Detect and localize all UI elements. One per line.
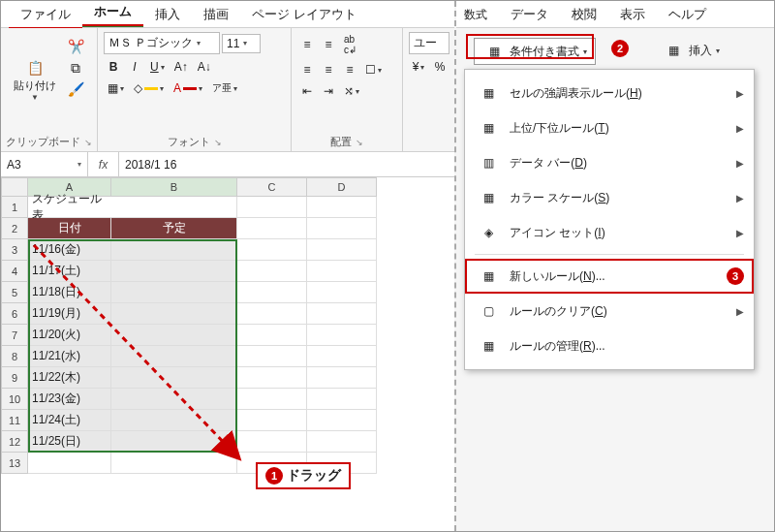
row-header[interactable]: 8 (1, 346, 28, 367)
name-box[interactable]: A3▾ (1, 152, 88, 176)
tab-home[interactable]: ホーム (82, 0, 143, 27)
cell[interactable] (111, 239, 237, 261)
percent-button[interactable]: % (430, 58, 450, 76)
cell[interactable] (307, 410, 377, 431)
cell[interactable] (307, 197, 377, 218)
cell[interactable]: 11/24(土) (28, 410, 111, 431)
font-color-button[interactable]: A▾ (170, 79, 206, 97)
tab-review[interactable]: 校閲 (560, 1, 608, 27)
cell[interactable] (111, 261, 237, 282)
tab-draw[interactable]: 描画 (192, 1, 240, 27)
cell[interactable] (307, 325, 377, 346)
cell[interactable] (237, 197, 307, 218)
cell[interactable] (237, 261, 307, 282)
merge-button[interactable]: ☐▾ (361, 61, 386, 78)
cell[interactable] (307, 367, 377, 389)
cell[interactable]: 11/20(火) (28, 325, 111, 346)
tab-view[interactable]: 表示 (608, 1, 657, 27)
menu-new-rule[interactable]: ▦ 新しいルール(N)... 3 (465, 259, 754, 294)
row-header[interactable]: 10 (1, 389, 28, 410)
menu-color-scales[interactable]: ▦ カラー スケール(S) ▶ (465, 180, 754, 215)
select-all-corner[interactable] (1, 177, 28, 197)
phonetic-button[interactable]: ア亜▾ (208, 79, 241, 97)
align-left-button[interactable]: ≡ (297, 61, 317, 78)
cell[interactable] (237, 431, 307, 453)
wrap-text-button[interactable]: abc↲ (340, 32, 360, 57)
cell[interactable] (307, 282, 377, 303)
cell[interactable]: 11/16(金) (28, 239, 111, 261)
menu-top-bottom-rules[interactable]: ▦ 上位/下位ルール(T) ▶ (465, 110, 754, 145)
cell[interactable] (111, 282, 237, 303)
decrease-indent-button[interactable]: ⇤ (297, 82, 317, 100)
currency-button[interactable]: ¥▾ (409, 58, 428, 76)
menu-manage-rules[interactable]: ▦ ルールの管理(R)... (465, 329, 754, 363)
cell[interactable]: 11/23(金) (28, 389, 111, 410)
cell[interactable] (237, 239, 307, 261)
tab-page-layout[interactable]: ページ レイアウト (240, 1, 368, 27)
tab-data[interactable]: データ (499, 1, 560, 27)
cell[interactable]: スケジュール 表 (28, 197, 111, 218)
conditional-formatting-button[interactable]: ▦ 条件付き書式▾ (474, 38, 596, 65)
bold-button[interactable]: B (104, 58, 123, 76)
format-painter-icon[interactable]: 🖌️ (67, 80, 84, 98)
cut-icon[interactable]: ✂️ (67, 38, 84, 55)
cell[interactable]: 11/25(日) (28, 431, 111, 453)
fx-button[interactable]: fx (88, 152, 119, 176)
cell[interactable]: 11/21(水) (28, 346, 111, 367)
increase-indent-button[interactable]: ⇥ (319, 82, 338, 100)
cell[interactable] (111, 325, 237, 346)
cell[interactable]: 予定 (111, 218, 237, 239)
cell[interactable] (111, 346, 237, 367)
tab-insert[interactable]: 挿入 (143, 1, 192, 27)
number-format-combo[interactable]: ユー (409, 32, 450, 54)
font-name-combo[interactable]: ＭＳ Ｐゴシック▾ (104, 32, 220, 54)
align-top-button[interactable]: ≡ (297, 36, 317, 53)
cell[interactable] (307, 346, 377, 367)
row-header[interactable]: 3 (1, 239, 28, 261)
menu-highlight-rules[interactable]: ▦ セルの強調表示ルール(H) ▶ (465, 76, 754, 110)
tab-file[interactable]: ファイル (9, 1, 82, 27)
row-header[interactable]: 2 (1, 218, 28, 239)
row-header[interactable]: 5 (1, 282, 28, 303)
cell[interactable] (237, 282, 307, 303)
tab-help[interactable]: ヘルプ (657, 1, 718, 27)
cell[interactable] (237, 218, 307, 239)
increase-font-button[interactable]: A↑ (170, 58, 192, 76)
cell[interactable] (237, 410, 307, 431)
cell[interactable] (237, 389, 307, 410)
tab-formulas[interactable]: 数式 (460, 2, 499, 27)
row-header[interactable]: 13 (1, 453, 28, 474)
cell[interactable] (307, 239, 377, 261)
cell[interactable]: 11/17(土) (28, 261, 111, 282)
cell[interactable] (237, 346, 307, 367)
italic-button[interactable]: I (125, 58, 144, 76)
row-header[interactable]: 4 (1, 261, 28, 282)
menu-data-bars[interactable]: ▥ データ バー(D) ▶ (465, 145, 754, 180)
orientation-button[interactable]: ⤭▾ (340, 82, 363, 100)
decrease-font-button[interactable]: A↓ (194, 58, 215, 76)
cell[interactable] (111, 367, 237, 389)
cell[interactable] (111, 410, 237, 431)
copy-icon[interactable]: ⧉ (67, 59, 84, 77)
menu-clear-rules[interactable]: ▢ ルールのクリア(C) ▶ (465, 294, 754, 329)
row-header[interactable]: 7 (1, 325, 28, 346)
cell[interactable] (307, 261, 377, 282)
cell[interactable] (111, 453, 237, 474)
cell[interactable]: 日付 (28, 218, 111, 239)
cell[interactable]: 11/22(木) (28, 367, 111, 389)
row-header[interactable]: 6 (1, 303, 28, 325)
align-center-button[interactable]: ≡ (319, 61, 338, 78)
menu-icon-sets[interactable]: ◈ アイコン セット(I) ▶ (465, 215, 754, 250)
cell[interactable] (307, 218, 377, 239)
cell[interactable] (28, 453, 111, 474)
cell[interactable] (237, 303, 307, 325)
cell[interactable] (237, 367, 307, 389)
row-header[interactable]: 12 (1, 431, 28, 453)
fill-color-button[interactable]: ◇▾ (130, 79, 168, 97)
cell[interactable] (307, 303, 377, 325)
cell[interactable] (111, 431, 237, 453)
insert-cells-button[interactable]: ▦ 挿入▾ (654, 38, 728, 63)
font-size-combo[interactable]: 11▾ (222, 34, 261, 53)
cell[interactable] (111, 197, 237, 218)
row-header[interactable]: 9 (1, 367, 28, 389)
